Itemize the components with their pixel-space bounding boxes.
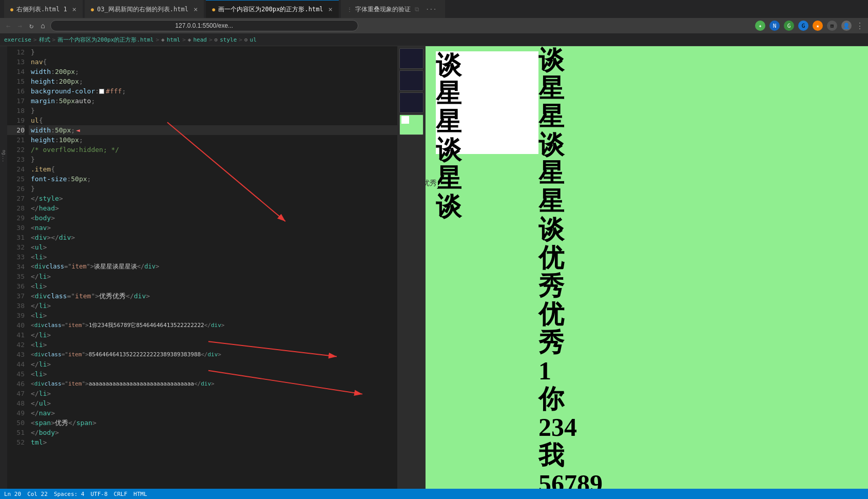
- address-input[interactable]: [50, 20, 358, 31]
- browser-preview: 谈星星谈星谈 优秀 谈星星谈星星谈优秀优秀1你234我56789它8546464…: [426, 46, 868, 489]
- code-line-47: </li>: [29, 389, 397, 398]
- code-line-31: <div></div>: [29, 233, 397, 242]
- bc-ul[interactable]: ul: [250, 36, 257, 43]
- ln-15: 15: [7, 76, 25, 86]
- code-line-20: width:50px;◄: [29, 125, 397, 135]
- bc-file[interactable]: 画一个内容区为200px的正方形.html: [57, 36, 153, 44]
- tab1-close[interactable]: ×: [72, 5, 76, 13]
- tab-4[interactable]: ⋮ 字体重叠现象的验证 ⧉ ···: [341, 0, 445, 18]
- ext-icon-5[interactable]: ★: [813, 21, 823, 31]
- ln-46: 46: [7, 379, 25, 389]
- main-content: ng... 12 13 14 15 16 17 18 19 20 21 22 2…: [0, 46, 868, 489]
- ln-23: 23: [7, 155, 25, 164]
- status-col: Col 22: [27, 491, 48, 497]
- ln-13: 13: [7, 57, 25, 67]
- code-content[interactable]: } nav{ width:200px; height:200px; backgr…: [29, 46, 397, 489]
- ext-icon-1[interactable]: ✦: [755, 21, 765, 31]
- ln-43: 43: [7, 350, 25, 359]
- back-button[interactable]: ←: [4, 21, 12, 31]
- tab2-label: 03_网易新闻的右侧的列表.html: [97, 5, 188, 14]
- code-line-28: </head>: [29, 203, 397, 213]
- home-button[interactable]: ⌂: [38, 21, 47, 31]
- tab-2[interactable]: ● 03_网易新闻的右侧的列表.html ×: [85, 0, 204, 18]
- bc-head[interactable]: head: [193, 36, 207, 43]
- ln-45: 45: [7, 369, 25, 379]
- bc-sep3: >: [156, 36, 159, 43]
- ln-52: 52: [7, 437, 25, 447]
- ln-20: 20: [7, 125, 25, 135]
- ln-37: 37: [7, 291, 25, 301]
- code-line-51: </body>: [29, 428, 397, 437]
- tab4-label: 字体重叠现象的验证: [355, 5, 411, 14]
- ln-29: 29: [7, 213, 25, 223]
- ln-16: 16: [7, 86, 25, 96]
- code-lines: 12 13 14 15 16 17 18 19 20 21 22 23 24 2…: [7, 46, 397, 489]
- bc-sep1: >: [33, 36, 37, 43]
- tab2-icon: ●: [91, 7, 94, 12]
- tab4-more[interactable]: ···: [423, 6, 439, 13]
- ln-14: 14: [7, 67, 25, 76]
- ln-41: 41: [7, 330, 25, 340]
- refresh-button[interactable]: ↻: [27, 21, 35, 31]
- bc-style-icon: ⊙: [215, 36, 218, 43]
- left-edge: ng...: [0, 46, 7, 489]
- thumb-3[interactable]: [399, 92, 423, 113]
- ln-36: 36: [7, 281, 25, 291]
- ln-27: 27: [7, 194, 25, 203]
- tab1-label: 右侧列表.html 1: [16, 5, 67, 14]
- tab3-close[interactable]: ×: [329, 5, 333, 13]
- thumb-4[interactable]: [399, 114, 423, 135]
- thumb-1[interactable]: [399, 48, 423, 69]
- more-menu-button[interactable]: ⋮: [856, 21, 864, 31]
- address-bar: ← → ↻ ⌂ ✦ N G G ★ ⊞ 👤 ⋮: [0, 18, 868, 33]
- ln-26: 26: [7, 184, 25, 194]
- code-line-50: <span>优秀</span>: [29, 418, 397, 428]
- code-line-26: }: [29, 184, 397, 194]
- tab1-icon: ●: [10, 7, 13, 12]
- ln-38: 38: [7, 301, 25, 311]
- code-line-18: }: [29, 106, 397, 116]
- code-line-25: font-size:50px;: [29, 174, 397, 184]
- ln-32: 32: [7, 242, 25, 252]
- edge-ng-indicator: ng...: [1, 149, 7, 163]
- code-line-12: }: [29, 47, 397, 57]
- ln-34: 34: [7, 262, 25, 272]
- bc-style[interactable]: 样式: [39, 36, 50, 44]
- ln-48: 48: [7, 398, 25, 408]
- code-line-16: background-color: #fff;: [29, 86, 397, 96]
- bc-sep2: >: [52, 36, 56, 43]
- ext-icon-2[interactable]: N: [769, 21, 780, 31]
- code-line-41: </li>: [29, 330, 397, 340]
- bc-html[interactable]: html: [167, 36, 181, 43]
- ln-49: 49: [7, 408, 25, 418]
- code-line-29: <body>: [29, 213, 397, 223]
- code-line-22: /* overflow:hidden; */: [29, 145, 397, 155]
- ext-icon-3[interactable]: G: [784, 21, 794, 31]
- forward-button[interactable]: →: [15, 21, 24, 31]
- tab-3[interactable]: ● 画一个内容区为200px的正方形.html ×: [206, 0, 339, 18]
- profile-avatar[interactable]: 👤: [841, 21, 852, 31]
- ln-19: 19: [7, 116, 25, 125]
- code-line-44: </li>: [29, 359, 397, 369]
- status-eol: CRLF: [114, 491, 128, 497]
- status-bar: Ln 20 Col 22 Spaces: 4 UTF-8 CRLF HTML: [0, 489, 868, 499]
- ext-icon-4[interactable]: G: [798, 21, 808, 31]
- tab-1[interactable]: ● 右侧列表.html 1 ×: [4, 0, 83, 18]
- ln-50: 50: [7, 418, 25, 428]
- ln-17: 17: [7, 96, 25, 106]
- ln-25: 25: [7, 174, 25, 184]
- overflow-text-block: 谈星星谈星星谈优秀优秀1你234我56789它85464646413522228…: [538, 46, 868, 489]
- ext-icon-6[interactable]: ⊞: [827, 21, 837, 31]
- bc-ul-icon: ⊙: [244, 36, 248, 43]
- ln-40: 40: [7, 320, 25, 330]
- bc-exercise[interactable]: exercise: [4, 36, 31, 43]
- code-line-48: </ul>: [29, 398, 397, 408]
- code-line-34: <div class="item">谈星星谈星星谈</div>: [29, 262, 397, 272]
- tab2-close[interactable]: ×: [194, 5, 198, 13]
- bc-style-tag[interactable]: style: [220, 36, 237, 43]
- thumb-2[interactable]: [399, 70, 423, 91]
- preview-content: 谈星星谈星谈 优秀 谈星星谈星星谈优秀优秀1你234我56789它8546464…: [426, 46, 868, 489]
- browser-icon-group: ✦ N G G ★ ⊞ 👤 ⋮: [755, 21, 864, 31]
- code-line-37: <div class="item">优秀优秀</div>: [29, 291, 397, 301]
- code-line-30: <nav>: [29, 223, 397, 233]
